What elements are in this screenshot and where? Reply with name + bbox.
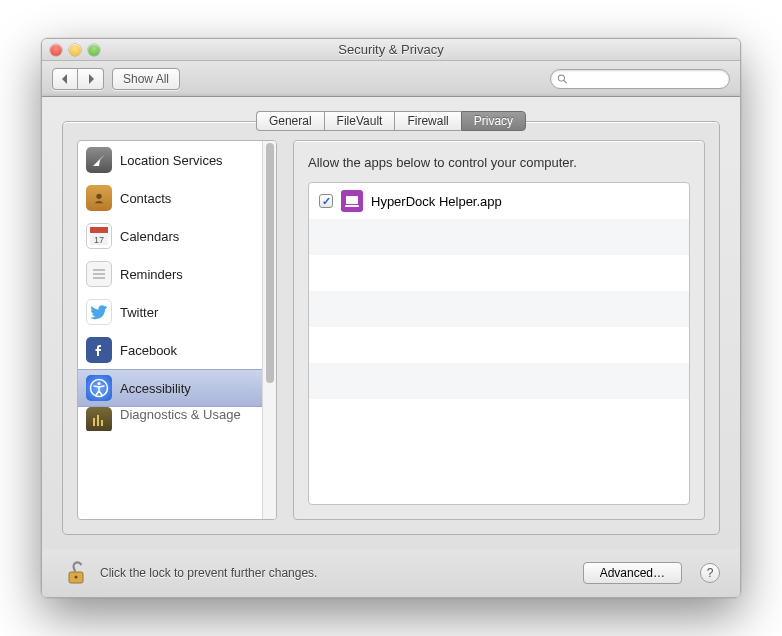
app-list: ✓ HyperDock Helper.app [308, 182, 690, 505]
back-button[interactable] [52, 68, 78, 90]
svg-rect-15 [345, 205, 359, 207]
accessibility-icon [86, 375, 112, 401]
app-row-empty [309, 363, 689, 399]
sidebar-item-label: Contacts [120, 191, 171, 206]
app-row-empty [309, 291, 689, 327]
prefs-window: Security & Privacy Show All General File… [41, 38, 741, 598]
app-row-empty [309, 255, 689, 291]
sidebar-item-accessibility[interactable]: Accessibility [78, 369, 262, 407]
app-row-empty [309, 219, 689, 255]
svg-line-1 [564, 80, 567, 83]
tab-privacy[interactable]: Privacy [461, 111, 526, 131]
search-icon [557, 73, 568, 85]
chevron-right-icon [87, 74, 95, 84]
sidebar-item-label: Reminders [120, 267, 183, 282]
app-name: HyperDock Helper.app [371, 194, 502, 209]
lock-button[interactable] [62, 559, 90, 587]
show-all-button[interactable]: Show All [112, 68, 180, 90]
window-title: Security & Privacy [42, 42, 740, 57]
tab-bar: General FileVault Firewall Privacy [62, 111, 720, 131]
detail-pane: Allow the apps below to control your com… [293, 140, 705, 520]
svg-point-10 [97, 382, 100, 385]
sidebar-item-label: Twitter [120, 305, 158, 320]
app-checkbox[interactable]: ✓ [319, 194, 333, 208]
svg-rect-11 [93, 418, 95, 426]
sidebar-item-reminders[interactable]: Reminders [78, 255, 262, 293]
sidebar-item-diagnostics[interactable]: Diagnostics & Usage [78, 407, 262, 431]
traffic-lights [42, 44, 100, 56]
tab-firewall[interactable]: Firewall [394, 111, 460, 131]
sidebar-item-location[interactable]: Location Services [78, 141, 262, 179]
category-list[interactable]: Location Services Contacts 17 Calendars [78, 141, 262, 519]
calendar-icon: 17 [86, 223, 112, 249]
svg-point-2 [96, 194, 101, 199]
sidebar-item-calendars[interactable]: 17 Calendars [78, 217, 262, 255]
twitter-icon [86, 299, 112, 325]
svg-point-17 [75, 576, 78, 579]
advanced-button[interactable]: Advanced… [583, 562, 682, 584]
help-button[interactable]: ? [700, 563, 720, 583]
sidebar-item-twitter[interactable]: Twitter [78, 293, 262, 331]
forward-button[interactable] [78, 68, 104, 90]
diagnostics-icon [86, 407, 112, 431]
search-input[interactable] [572, 71, 723, 87]
lock-text: Click the lock to prevent further change… [100, 566, 573, 580]
search-field[interactable] [550, 69, 730, 89]
detail-heading: Allow the apps below to control your com… [308, 155, 690, 170]
app-row-empty [309, 327, 689, 363]
minimize-icon[interactable] [69, 44, 81, 56]
unlocked-lock-icon [63, 560, 89, 586]
svg-point-0 [558, 74, 564, 80]
svg-text:17: 17 [94, 235, 104, 245]
svg-rect-14 [346, 196, 358, 204]
svg-rect-3 [90, 227, 108, 233]
tab-general[interactable]: General [256, 111, 324, 131]
app-row[interactable]: ✓ HyperDock Helper.app [309, 183, 689, 219]
sidebar-item-facebook[interactable]: Facebook [78, 331, 262, 369]
toolbar: Show All [42, 61, 740, 97]
scrollbar-thumb[interactable] [266, 143, 274, 383]
privacy-panel: Location Services Contacts 17 Calendars [62, 121, 720, 535]
svg-rect-12 [97, 415, 99, 426]
zoom-icon[interactable] [88, 44, 100, 56]
facebook-icon [86, 337, 112, 363]
tab-filevault[interactable]: FileVault [324, 111, 395, 131]
contacts-icon [86, 185, 112, 211]
location-icon [86, 147, 112, 173]
category-sidebar: Location Services Contacts 17 Calendars [77, 140, 277, 520]
close-icon[interactable] [50, 44, 62, 56]
sidebar-scrollbar[interactable] [262, 141, 276, 519]
nav-group [52, 68, 104, 90]
sidebar-item-label: Calendars [120, 229, 179, 244]
content-area: General FileVault Firewall Privacy Locat… [42, 97, 740, 549]
sidebar-item-label: Location Services [120, 153, 223, 168]
reminders-icon [86, 261, 112, 287]
sidebar-item-label: Diagnostics & Usage [120, 407, 241, 422]
sidebar-item-contacts[interactable]: Contacts [78, 179, 262, 217]
sidebar-item-label: Facebook [120, 343, 177, 358]
svg-rect-13 [101, 420, 103, 426]
chevron-left-icon [61, 74, 69, 84]
help-icon: ? [707, 566, 714, 580]
hyperdock-icon [341, 190, 363, 212]
sidebar-item-label: Accessibility [120, 381, 191, 396]
titlebar: Security & Privacy [42, 39, 740, 61]
footer: Click the lock to prevent further change… [42, 549, 740, 597]
